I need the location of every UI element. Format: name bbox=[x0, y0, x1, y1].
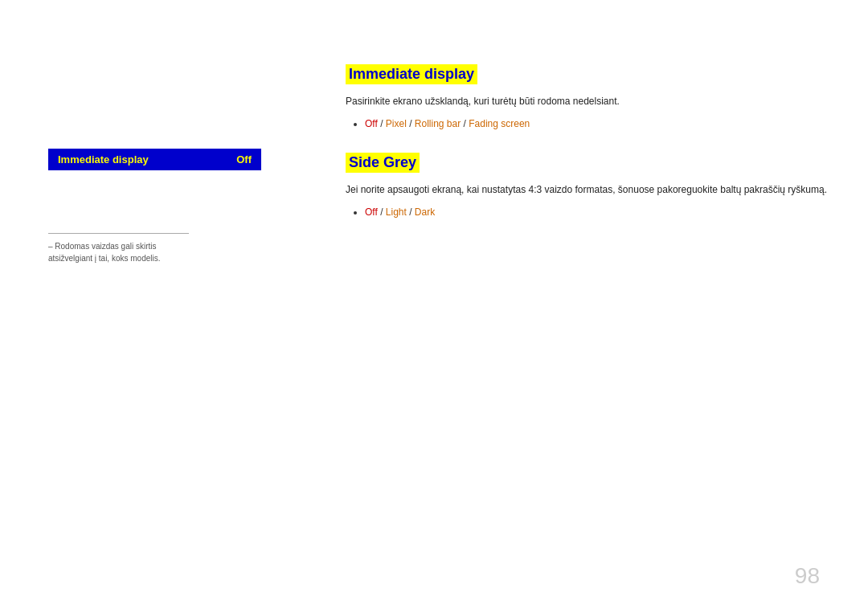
section2-options: Off / Light / Dark bbox=[346, 204, 828, 222]
sep1: / bbox=[378, 118, 386, 129]
opt-dark: Dark bbox=[415, 206, 435, 218]
sep2-1: / bbox=[378, 206, 386, 218]
section2-options-list-item: Off / Light / Dark bbox=[365, 204, 828, 222]
sep2-2: / bbox=[407, 206, 415, 218]
section-side-grey: Side Grey Jei norite apsaugoti ekraną, k… bbox=[346, 153, 828, 222]
opt-off: Off bbox=[365, 118, 378, 129]
right-panel: Immediate display Pasirinkite ekrano užs… bbox=[346, 64, 828, 241]
opt-fading: Fading screen bbox=[469, 118, 530, 129]
section1-title: Immediate display bbox=[346, 64, 477, 84]
opt2-off: Off bbox=[365, 206, 378, 218]
sep2: / bbox=[407, 118, 415, 129]
sep3: / bbox=[461, 118, 469, 129]
footnote-text: – Rodomas vaizdas gali skirtis atsižvelg… bbox=[48, 240, 189, 264]
section-immediate-display: Immediate display Pasirinkite ekrano užs… bbox=[346, 64, 828, 133]
footnote-area: – Rodomas vaizdas gali skirtis atsižvelg… bbox=[48, 233, 189, 264]
opt-light: Light bbox=[386, 206, 407, 218]
immediate-display-bar[interactable]: Immediate display Off bbox=[48, 149, 261, 170]
opt-pixel: Pixel bbox=[386, 118, 407, 129]
bar-value: Off bbox=[236, 153, 252, 166]
section1-desc: Pasirinkite ekrano užsklandą, kuri turėt… bbox=[346, 94, 828, 109]
section2-desc: Jei norite apsaugoti ekraną, kai nustaty… bbox=[346, 182, 828, 198]
bar-label: Immediate display bbox=[58, 153, 149, 166]
section1-options: Off / Pixel / Rolling bar / Fading scree… bbox=[346, 116, 828, 133]
section2-title: Side Grey bbox=[346, 153, 420, 173]
page-number: 98 bbox=[795, 563, 820, 589]
left-panel: Immediate display Off bbox=[48, 149, 261, 170]
opt-rolling: Rolling bar bbox=[415, 118, 461, 129]
section1-options-list-item: Off / Pixel / Rolling bar / Fading scree… bbox=[365, 116, 828, 133]
